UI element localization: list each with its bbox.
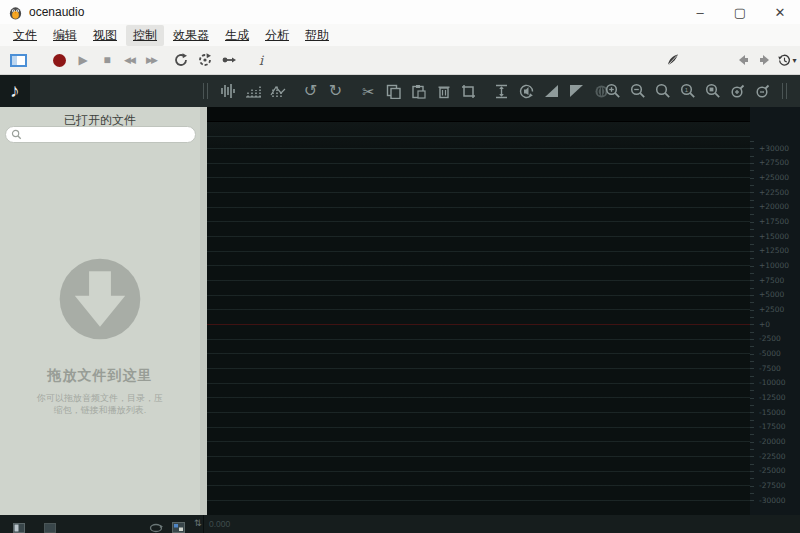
- copy-icon: [386, 84, 401, 99]
- copy-button[interactable]: [383, 81, 404, 101]
- selection-tool-button[interactable]: [6, 49, 30, 71]
- toggle-bottom-panel-button[interactable]: [44, 519, 56, 533]
- close-button[interactable]: ✕: [760, 0, 800, 24]
- zoom-toolbar-drag-handle[interactable]: [782, 83, 787, 99]
- delete-button[interactable]: [433, 81, 454, 101]
- edit-pen-button[interactable]: [662, 49, 684, 71]
- nav-back-button[interactable]: [732, 49, 754, 71]
- fade-in-button[interactable]: [541, 81, 562, 101]
- record-button[interactable]: [48, 49, 70, 71]
- file-search-box[interactable]: [5, 126, 196, 143]
- fade-in-icon: [545, 85, 558, 97]
- zoom-full-button[interactable]: [652, 81, 673, 101]
- zoom-in-icon: [605, 83, 621, 99]
- spectrum-view-button[interactable]: [267, 81, 288, 101]
- menu-effects[interactable]: 效果器: [166, 25, 216, 46]
- menu-generate[interactable]: 生成: [218, 25, 256, 46]
- app-window: ocenaudio – ▢ ✕ 文件 编辑 视图 控制 效果器 生成 分析 帮助…: [0, 0, 800, 533]
- forward-arrow-icon: [758, 53, 772, 67]
- edit-toolbar: ♪ ↺ ↻ ✂: [0, 75, 800, 107]
- opened-files-tab[interactable]: ♪: [0, 75, 30, 107]
- loop-selection-button[interactable]: [194, 49, 216, 71]
- adjust-amplitude-button[interactable]: [491, 81, 512, 101]
- scale-tick-label: +17500: [759, 217, 789, 226]
- spectrogram-view-button[interactable]: [242, 81, 263, 101]
- main-content: 已打开的文件 拖放文件到这里 你可以拖放音频文件，目录，压缩包，链接和播放列表.: [0, 107, 800, 515]
- opened-files-panel: 已打开的文件 拖放文件到这里 你可以拖放音频文件，目录，压缩包，链接和播放列表.: [0, 107, 200, 515]
- minimize-button[interactable]: –: [680, 0, 720, 24]
- app-logo-icon: [8, 5, 23, 20]
- sort-arrows-icon: ⇅: [194, 518, 202, 528]
- menu-help[interactable]: 帮助: [298, 25, 336, 46]
- scale-tick-label: -7500: [759, 364, 781, 373]
- search-input[interactable]: [22, 128, 195, 141]
- waveform-view-button[interactable]: [217, 81, 238, 101]
- loop-button[interactable]: [170, 49, 192, 71]
- loop-mode-button[interactable]: [149, 519, 163, 533]
- crop-button[interactable]: [458, 81, 479, 101]
- zoom-toolbar: 1: [600, 75, 794, 107]
- zoom-out-button[interactable]: [627, 81, 648, 101]
- selection-tool-icon: [10, 54, 27, 67]
- amplitude-scale[interactable]: +30000+27500+25000+22500+20000+17500+150…: [750, 107, 800, 515]
- music-note-icon: ♪: [10, 80, 20, 102]
- spectrum-icon: [270, 83, 286, 99]
- scale-tick-label: +15000: [759, 232, 789, 241]
- play-button[interactable]: ▶: [72, 49, 94, 71]
- menu-file[interactable]: 文件: [6, 25, 44, 46]
- play-from-cursor-button[interactable]: [218, 49, 240, 71]
- maximize-button[interactable]: ▢: [720, 0, 760, 24]
- zoom-selection-button[interactable]: [702, 81, 723, 101]
- zoom-full-icon: [655, 83, 671, 99]
- scale-tick-label: +0: [759, 320, 770, 329]
- fast-forward-button[interactable]: ▶▶: [140, 49, 162, 71]
- undo-button[interactable]: ↺: [300, 81, 321, 101]
- statusbar-separator: [203, 515, 204, 533]
- trash-icon: [437, 84, 451, 99]
- scale-tick-label: -12500: [759, 393, 786, 402]
- vertical-zoom-out-button[interactable]: [752, 81, 773, 101]
- toggle-sidebar-button[interactable]: [13, 519, 25, 533]
- toolbar-drag-handle[interactable]: [203, 83, 208, 99]
- paste-button[interactable]: [408, 81, 429, 101]
- file-dropzone[interactable]: 拖放文件到这里 你可以拖放音频文件，目录，压缩包，链接和播放列表.: [0, 257, 200, 416]
- view-mode-button[interactable]: [172, 519, 185, 533]
- cut-button[interactable]: ✂: [358, 81, 379, 101]
- scale-tick-label: -22500: [759, 452, 786, 461]
- history-button[interactable]: ▾: [774, 49, 800, 71]
- fade-out-button[interactable]: [566, 81, 587, 101]
- undo-icon: ↺: [304, 83, 317, 99]
- scale-tick-label: +2500: [759, 305, 784, 314]
- scale-tick-label: -2500: [759, 334, 781, 343]
- menu-analyze[interactable]: 分析: [258, 25, 296, 46]
- vertical-zoom-in-button[interactable]: [727, 81, 748, 101]
- stop-icon: ■: [103, 54, 110, 66]
- history-icon: [777, 53, 792, 68]
- rewind-icon: ◀◀: [124, 56, 134, 65]
- zoom-one-to-one-button[interactable]: 1: [677, 81, 698, 101]
- redo-icon: ↻: [329, 83, 342, 99]
- menu-edit[interactable]: 编辑: [46, 25, 84, 46]
- zoom-out-icon: [630, 83, 646, 99]
- info-button[interactable]: i: [250, 49, 272, 71]
- playback-effect-button[interactable]: [516, 81, 537, 101]
- waveform-area[interactable]: [207, 107, 750, 515]
- window-controls: – ▢ ✕: [680, 0, 800, 24]
- scale-tick-label: +12500: [759, 246, 789, 255]
- redo-button[interactable]: ↻: [325, 81, 346, 101]
- rewind-button[interactable]: ◀◀: [118, 49, 140, 71]
- waveform-icon: [220, 83, 236, 99]
- zoom-in-button[interactable]: [602, 81, 623, 101]
- amplitude-height-icon: [494, 84, 509, 99]
- menu-control[interactable]: 控制: [126, 25, 164, 46]
- panel-splitter[interactable]: [200, 107, 207, 515]
- scale-tick-label: +10000: [759, 261, 789, 270]
- sort-order-button[interactable]: ⇅: [194, 518, 202, 528]
- back-arrow-icon: [736, 53, 750, 67]
- stop-button[interactable]: ■: [96, 49, 118, 71]
- menu-view[interactable]: 视图: [86, 25, 124, 46]
- dropzone-hint: 你可以拖放音频文件，目录，压缩包，链接和播放列表.: [34, 392, 166, 416]
- scale-tick-label: -17500: [759, 422, 786, 431]
- time-ruler[interactable]: [207, 107, 750, 122]
- nav-forward-button[interactable]: [754, 49, 776, 71]
